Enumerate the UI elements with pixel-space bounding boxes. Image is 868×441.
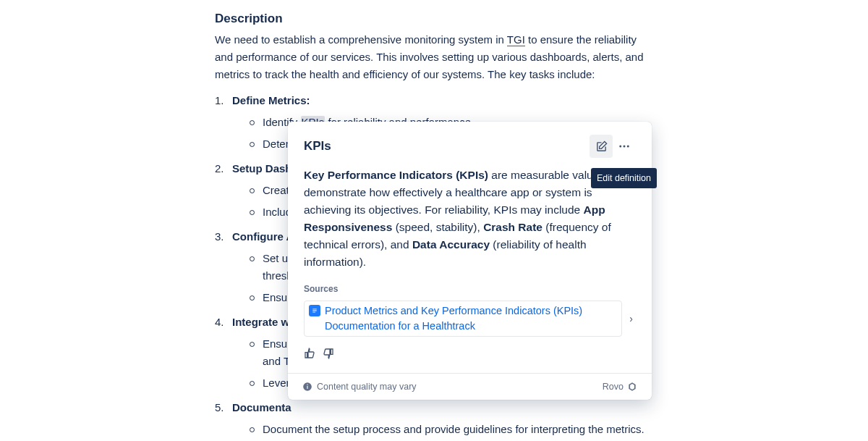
- svg-point-2: [627, 146, 629, 148]
- thumbs-up-icon: [304, 348, 315, 359]
- rovo-brand: Rovo: [603, 379, 637, 394]
- thumbs-down-button[interactable]: [323, 347, 334, 364]
- rovo-icon: [627, 382, 637, 392]
- task-title: Integrate w: [232, 316, 289, 328]
- task-item: Documenta Document the setup process and…: [215, 399, 649, 441]
- text-fragment: (speed, stability),: [392, 221, 483, 233]
- more-horizontal-icon: [618, 140, 631, 153]
- task-title: Configure A: [232, 230, 294, 243]
- description-paragraph: We need to establish a comprehensive mon…: [215, 31, 649, 83]
- edit-definition-tooltip: Edit definition: [591, 168, 657, 188]
- task-title: Documenta: [232, 401, 292, 413]
- edit-definition-button[interactable]: [590, 135, 613, 158]
- document-icon: [309, 305, 320, 316]
- task-title: Setup Dash: [232, 162, 292, 175]
- thumbs-down-icon: [323, 348, 334, 359]
- definition-popover: KPIs Edit definition Key Performance Ind…: [288, 122, 652, 400]
- popover-header: KPIs: [288, 122, 652, 162]
- svg-rect-8: [307, 385, 307, 385]
- quality-notice: Content quality may vary: [317, 379, 417, 394]
- svg-rect-4: [312, 311, 317, 311]
- description-heading: Description: [215, 9, 649, 28]
- task-title: Define Metrics:: [232, 94, 310, 106]
- thumbs-up-button[interactable]: [304, 347, 315, 364]
- popover-title: KPIs: [304, 136, 590, 156]
- desc-text-pre: We need to establish a comprehensive mon…: [215, 33, 507, 46]
- popover-footer: Content quality may vary Rovo: [288, 373, 652, 400]
- term-bold: Crash Rate: [483, 221, 542, 233]
- glossary-term-tgi[interactable]: TGI: [507, 33, 525, 46]
- svg-point-1: [624, 146, 626, 148]
- term-bold: Key Performance Indicators (KPIs): [304, 169, 488, 181]
- svg-rect-3: [312, 309, 317, 310]
- source-row: Product Metrics and Key Performance Indi…: [288, 299, 652, 341]
- source-link[interactable]: Product Metrics and Key Performance Indi…: [325, 303, 617, 334]
- svg-rect-5: [312, 312, 315, 313]
- term-bold: Data Accuracy: [412, 238, 490, 251]
- rovo-label: Rovo: [603, 379, 624, 394]
- source-chip[interactable]: Product Metrics and Key Performance Indi…: [304, 301, 622, 337]
- sources-label: Sources: [288, 278, 652, 299]
- edit-icon: [595, 140, 608, 153]
- task-subitems: Document the setup process and provide g…: [232, 421, 649, 441]
- info-icon: [302, 382, 312, 392]
- feedback-row: [288, 341, 652, 373]
- list-item: Document the setup process and provide g…: [250, 421, 649, 438]
- more-actions-button[interactable]: [613, 135, 636, 158]
- svg-rect-7: [307, 386, 307, 389]
- chevron-right-icon[interactable]: ›: [629, 311, 636, 327]
- svg-point-0: [619, 146, 621, 148]
